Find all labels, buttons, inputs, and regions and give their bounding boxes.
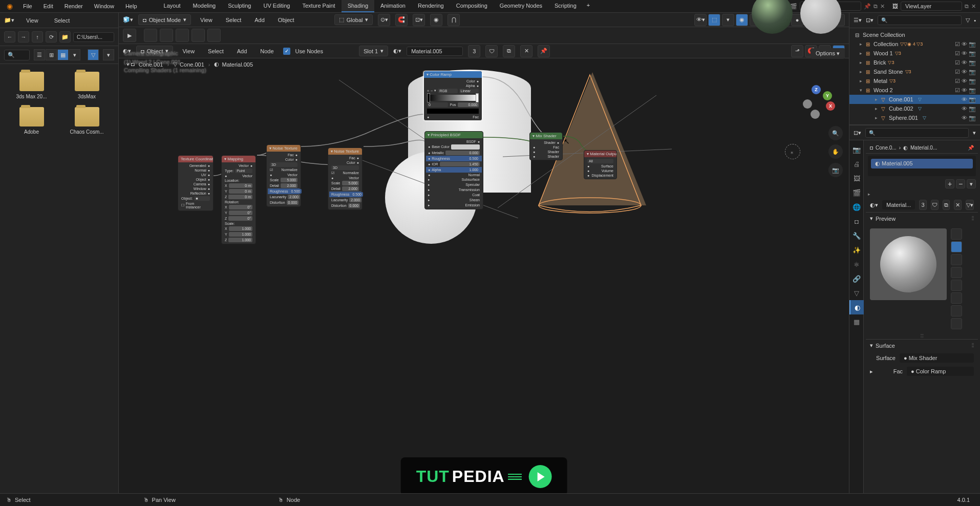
delete-layer-icon[interactable]: ✕ <box>971 3 976 10</box>
from-instancer-checkbox[interactable]: ☐ From Instancer <box>179 201 212 209</box>
preview-hair[interactable] <box>951 267 962 278</box>
tab-viewlayer[interactable]: 🖼 <box>849 171 864 185</box>
select-tool-2[interactable] <box>160 29 173 42</box>
object-field[interactable]: Object:■ <box>179 196 212 201</box>
mat-nodetree-button[interactable]: ▽▾ <box>966 200 974 210</box>
socket-reflection[interactable]: Reflection ● <box>179 191 212 196</box>
node-canvas[interactable]: Texture Coordinate Generated ● Normal ● … <box>119 71 849 506</box>
help-menu[interactable]: Help <box>120 1 142 11</box>
socket-volume[interactable]: ● Volume <box>585 168 615 173</box>
workspace-compositing[interactable]: Compositing <box>450 0 494 12</box>
mat-unlink-button[interactable]: ✕ <box>954 200 962 210</box>
select-box-tool[interactable]: ▶ <box>123 29 136 42</box>
snap-dropdown[interactable]: ⊡▾ <box>413 14 425 26</box>
folder-item[interactable]: Chaos Cosm... <box>63 107 111 135</box>
node-material-output[interactable]: ▾ Material Output All ● Surface ● Volume… <box>584 150 617 179</box>
socket-uv[interactable]: UV ● <box>179 173 212 177</box>
ramp-controls[interactable]: +−▾ RGB Linear <box>425 88 481 94</box>
material-name-input[interactable]: Material... <box>882 200 915 209</box>
editor-type-icon[interactable]: 📁▾ <box>4 17 14 24</box>
overlay-toggle[interactable]: ◉ <box>736 14 748 26</box>
socket-color[interactable]: Color ● <box>425 79 481 83</box>
pin-icon[interactable]: 📌 <box>864 3 871 10</box>
roughness-field[interactable]: Roughness0.500 <box>268 188 300 194</box>
new-collection-icon[interactable]: • <box>974 17 976 24</box>
orientation-selector[interactable]: ⬚ Global ▾ <box>334 14 373 25</box>
tab-physics[interactable]: ⚛ <box>849 257 864 271</box>
scene-collection[interactable]: ⊟ Scene Collection <box>849 30 980 39</box>
roughness-field[interactable]: Roughness0.500 <box>329 192 361 197</box>
new-material-button[interactable]: ⧉ <box>503 45 515 57</box>
tab-modifiers[interactable]: 🔧 <box>849 228 864 243</box>
preview-cloth[interactable] <box>951 292 962 304</box>
collection-wood2[interactable]: ▾⊞ Wood 2 ☑👁📷 <box>849 86 980 95</box>
collection-sandstone[interactable]: ▸⊞ Sand Stone ▽3 ☑👁📷 <box>849 67 980 76</box>
snap-button[interactable]: 🧲 <box>395 14 408 26</box>
distortion-field[interactable]: Distortion0.000 <box>329 203 361 208</box>
distortion-field[interactable]: Distortion0.000 <box>268 200 300 205</box>
nav-newfolder-button[interactable]: 📁 <box>59 31 71 43</box>
scale-z[interactable]: Z1.000 <box>223 237 254 243</box>
bc-material[interactable]: ◐ Material.005 <box>214 61 253 68</box>
vp-select-menu[interactable]: Select <box>222 15 246 25</box>
socket-fac[interactable]: ● Fac <box>531 145 561 150</box>
vp-view-menu[interactable]: View <box>196 15 217 25</box>
tab-texture[interactable]: ▦ <box>849 314 864 329</box>
file-menu[interactable]: File <box>18 1 37 11</box>
target-field[interactable]: All <box>585 158 615 164</box>
copy-scene-icon[interactable]: ⧉ <box>874 3 878 10</box>
color-ramp-gradient[interactable] <box>427 95 479 101</box>
ne-add-menu[interactable]: Add <box>233 46 251 56</box>
dimensions-field[interactable]: 3D <box>329 165 361 171</box>
proportional-button[interactable]: ◉ <box>430 14 442 26</box>
pin-material-button[interactable]: 📌 <box>538 45 550 57</box>
socket-fac[interactable]: Fac ● <box>329 156 361 160</box>
material-slot[interactable]: ◐ Material.005 <box>871 159 973 168</box>
view-detail-button[interactable]: ⊞ <box>46 49 57 60</box>
mat-browse-icon[interactable]: ◐▾ <box>870 202 878 208</box>
workspace-uv[interactable]: UV Editing <box>257 0 296 12</box>
properties-search[interactable]: 🔍 <box>865 128 969 138</box>
node-mix-shader[interactable]: ▾ Mix Shader Shader ● ● Fac ● Shader ● S… <box>529 132 563 160</box>
detail-field[interactable]: Detail2.000 <box>329 186 361 192</box>
workspace-sculpting[interactable]: Sculpting <box>222 0 257 12</box>
object-cone001[interactable]: ▸▽ Cone.001 ▽ 👁📷 <box>849 95 980 104</box>
fake-user-button[interactable]: 🛡 <box>485 45 498 57</box>
socket-camera[interactable]: Camera ● <box>179 182 212 186</box>
socket-normal[interactable]: Normal ● <box>179 168 212 173</box>
rot-y[interactable]: Y0° <box>223 210 254 216</box>
preview-shaderball[interactable] <box>951 280 962 291</box>
node-header[interactable]: ▾ Principled BSDF <box>425 132 483 138</box>
render-menu[interactable]: Render <box>59 1 88 11</box>
node-header[interactable]: ▾ Color Ramp <box>424 71 482 78</box>
tab-particles[interactable]: ✨ <box>849 243 864 257</box>
workspace-add-button[interactable]: + <box>583 0 594 12</box>
node-mapping[interactable]: ▾ Mapping Vector ● Type:Point ● Vector L… <box>221 155 256 244</box>
scale-x[interactable]: X1.000 <box>223 226 254 231</box>
detail-field[interactable]: Detail2.000 <box>268 183 300 188</box>
material-name-field[interactable]: Material.005 <box>407 47 463 56</box>
view-thumb-button[interactable]: ▦ <box>57 49 69 60</box>
transmission-section[interactable]: ▸ Transmission <box>426 187 482 193</box>
select-tool-4[interactable] <box>191 29 205 42</box>
filter-button[interactable]: ▽ <box>88 49 99 60</box>
options-icon[interactable]: ▾ <box>973 130 976 136</box>
lacunarity-field[interactable]: Lacunarity2.000 <box>268 194 300 200</box>
loc-y[interactable]: Y0 m <box>223 188 254 194</box>
window-menu[interactable]: Window <box>89 1 119 11</box>
folder-item[interactable]: 3ds Max 20... <box>8 72 55 99</box>
bc-object-name[interactable]: Cone.0... <box>876 145 897 151</box>
workspace-texture[interactable]: Texture Paint <box>296 0 341 12</box>
tab-scene[interactable]: 🎬 <box>849 185 864 200</box>
add-slot-button[interactable]: + <box>945 179 954 188</box>
socket-vector[interactable]: ● Vector <box>268 173 300 177</box>
node-noise-texture-1[interactable]: ▾ Noise Texture Fac ● Color ● 3D ☑ Norma… <box>266 144 301 207</box>
object-sphere001[interactable]: ▸▽ Sphere.001 ▽ 👁📷 <box>849 113 980 122</box>
roughness-field[interactable]: ● Roughness0.500 <box>426 156 482 161</box>
socket-vector[interactable]: ● Vector <box>329 176 361 180</box>
socket-bsdf[interactable]: BSDF ● <box>426 139 482 144</box>
socket-vector-out[interactable]: Vector ● <box>223 163 254 168</box>
preview-flat[interactable] <box>951 228 962 240</box>
normalize-checkbox[interactable]: ☑ Normalize <box>268 167 300 173</box>
stop-controls[interactable]: 0 Pos 0.000 <box>425 102 481 108</box>
